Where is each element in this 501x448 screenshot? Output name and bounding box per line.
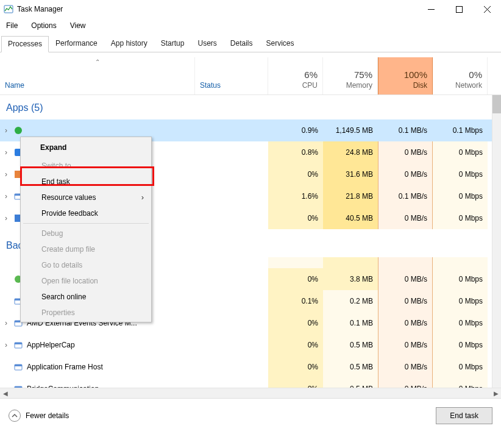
ctx-expand[interactable]: Expand <box>40 143 66 152</box>
expand-chevron-icon[interactable]: › <box>2 148 10 157</box>
cell-network: 0 Mbps <box>433 163 488 185</box>
ctx-properties: Properties <box>22 305 150 321</box>
cell-disk: 0 MB/s <box>378 141 433 163</box>
cell-cpu: 0% <box>268 312 323 334</box>
cell-cpu: 0% <box>268 356 323 378</box>
header-status[interactable]: Status <box>195 57 268 94</box>
ctx-switch-to: Switch to <box>22 158 150 174</box>
header-disk[interactable]: 100% Disk <box>378 57 433 94</box>
ctx-debug: Debug <box>22 226 150 241</box>
cell-memory: 0.2 MB <box>323 290 378 312</box>
cell-disk: 0 MB/s <box>378 268 433 290</box>
svg-point-5 <box>15 127 22 134</box>
cell-disk: 0 MB/s <box>378 312 433 334</box>
cell-memory: 0.5 MB <box>323 378 378 388</box>
header-cpu[interactable]: 6% CPU <box>268 57 323 94</box>
process-row[interactable]: › AppHelperCap 0% 0.5 MB 0 MB/s 0 Mbps <box>0 334 501 356</box>
column-headers: ⌃ Name Status 6% CPU 75% Memory 100% Dis… <box>0 57 501 95</box>
cell-network: 0 Mbps <box>433 185 488 207</box>
tab-details[interactable]: Details <box>224 35 260 52</box>
ctx-provide-feedback[interactable]: Provide feedback <box>22 205 150 221</box>
hscroll-right-icon[interactable]: ▶ <box>491 388 501 399</box>
cell-cpu: 0% <box>268 268 323 290</box>
cell-network: 0 Mbps <box>433 378 488 388</box>
header-name[interactable]: ⌃ Name <box>0 57 195 94</box>
cell-memory: 0.5 MB <box>323 356 378 378</box>
menu-view[interactable]: View <box>66 20 90 32</box>
fewer-details-label: Fewer details <box>26 411 69 420</box>
process-status <box>195 268 268 290</box>
ctx-search-online[interactable]: Search online <box>22 289 150 305</box>
sort-indicator-icon: ⌃ <box>0 59 194 65</box>
tab-app-history[interactable]: App history <box>104 35 154 52</box>
process-row[interactable]: BridgeCommunication 0% 0.5 MB 0 MB/s 0 M… <box>0 378 501 388</box>
process-icon <box>13 340 23 350</box>
expand-chevron-icon[interactable]: › <box>2 170 10 179</box>
ctx-create-dump: Create dump file <box>22 241 150 257</box>
window-title: Task Manager <box>17 5 63 13</box>
process-row[interactable]: Application Frame Host 0% 0.5 MB 0 MB/s … <box>0 356 501 378</box>
header-network[interactable]: 0% Network <box>433 57 488 94</box>
ctx-resource-values[interactable]: Resource values <box>22 190 150 205</box>
menu-options[interactable]: Options <box>27 20 60 32</box>
cell-network: 0 Mbps <box>433 141 488 163</box>
tab-users[interactable]: Users <box>191 35 223 52</box>
scrollbar-thumb[interactable] <box>492 95 501 113</box>
cell-network: 0 Mbps <box>433 207 488 229</box>
cell-cpu: 0.8% <box>268 141 323 163</box>
expand-chevron-icon[interactable]: › <box>2 126 10 135</box>
cell-network: 0 Mbps <box>433 356 488 378</box>
group-apps[interactable]: Apps (5) <box>0 95 501 119</box>
cell-cpu: 1.6% <box>268 185 323 207</box>
cell-cpu: 0.9% <box>268 119 323 141</box>
expand-chevron-icon[interactable]: › <box>2 192 10 201</box>
title-bar: Task Manager <box>0 0 501 18</box>
ctx-go-to-details: Go to details <box>22 257 150 273</box>
process-status <box>195 119 268 141</box>
process-status <box>195 185 268 207</box>
vertical-scrollbar[interactable] <box>492 95 501 388</box>
close-button[interactable] <box>473 0 501 18</box>
expand-chevron-icon[interactable]: › <box>2 319 10 327</box>
ctx-separator <box>23 223 149 224</box>
svg-rect-17 <box>15 343 22 344</box>
tab-processes[interactable]: Processes <box>1 36 49 52</box>
minimize-button[interactable] <box>417 0 445 18</box>
hscroll-left-icon[interactable]: ◀ <box>0 388 10 399</box>
app-icon <box>4 4 13 14</box>
process-name: Application Frame Host <box>27 363 103 371</box>
fewer-details-toggle[interactable]: Fewer details <box>9 410 69 422</box>
horizontal-scrollbar[interactable]: ◀ ▶ <box>0 388 501 398</box>
cell-disk: 0 MB/s <box>378 163 433 185</box>
cell-disk: 0 MB/s <box>378 356 433 378</box>
cell-memory: 0.1 MB <box>323 312 378 334</box>
cell-disk: 0 MB/s <box>378 378 433 388</box>
process-status <box>195 141 268 163</box>
tab-services[interactable]: Services <box>260 35 301 52</box>
process-icon <box>13 362 23 372</box>
cell-disk: 0.1 MB/s <box>378 185 433 207</box>
tab-startup[interactable]: Startup <box>154 35 191 52</box>
menu-file[interactable]: File <box>2 20 21 32</box>
cell-memory: 0.5 MB <box>323 334 378 356</box>
expand-chevron-icon[interactable]: › <box>2 214 10 222</box>
cell-memory: 21.8 MB <box>323 185 378 207</box>
cell-network: 0 Mbps <box>433 312 488 334</box>
footer-bar: Fewer details End task <box>0 398 501 432</box>
ctx-end-task[interactable]: End task <box>22 174 150 190</box>
process-status <box>195 334 268 356</box>
svg-rect-19 <box>15 364 22 366</box>
cell-network: 0 Mbps <box>433 290 488 312</box>
maximize-button[interactable] <box>445 0 473 18</box>
expand-chevron-icon[interactable]: › <box>2 341 10 349</box>
cell-cpu: 0% <box>268 163 323 185</box>
process-status <box>195 207 268 229</box>
tab-performance[interactable]: Performance <box>49 35 104 52</box>
cell-memory: 24.8 MB <box>323 141 378 163</box>
end-task-button[interactable]: End task <box>436 407 492 424</box>
process-status <box>195 163 268 185</box>
cell-cpu: 0% <box>268 207 323 229</box>
task-manager-window: Task Manager File Options View Processes… <box>0 0 501 448</box>
cell-memory: 31.6 MB <box>323 163 378 185</box>
header-memory[interactable]: 75% Memory <box>323 57 378 94</box>
